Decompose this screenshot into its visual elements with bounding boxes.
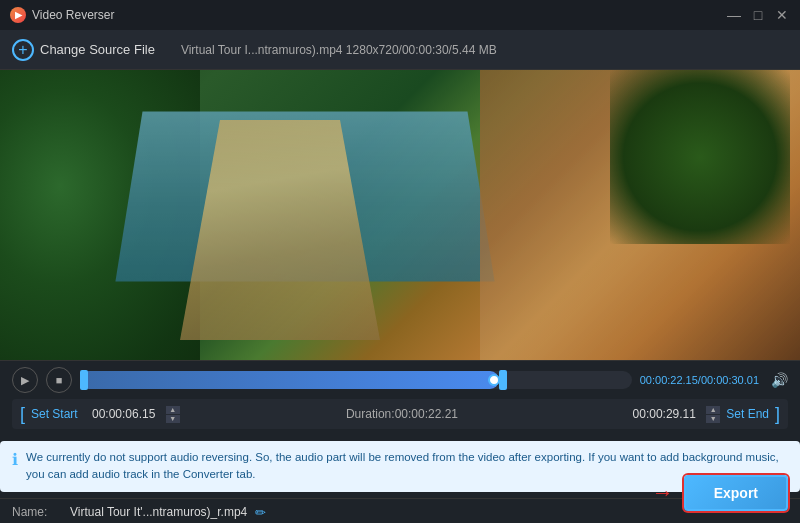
- maximize-button[interactable]: □: [750, 7, 766, 23]
- end-time-up[interactable]: ▲: [706, 406, 720, 414]
- timeline-controls: ▶ ■ 00:00:22.15/00:00:30.01 🔊: [12, 367, 788, 393]
- add-icon: +: [12, 39, 34, 61]
- start-time-group: ▲ ▼: [84, 406, 180, 423]
- video-frame: [0, 70, 800, 360]
- end-time-spinners: ▲ ▼: [706, 406, 720, 423]
- stop-button[interactable]: ■: [46, 367, 72, 393]
- start-time-input[interactable]: [84, 407, 164, 421]
- set-end-button[interactable]: Set End: [720, 405, 775, 423]
- change-source-button[interactable]: + Change Source File: [12, 39, 155, 61]
- timeline-track[interactable]: [80, 371, 632, 389]
- close-button[interactable]: ✕: [774, 7, 790, 23]
- info-icon: ℹ: [12, 450, 18, 469]
- app-title: Video Reverser: [32, 8, 115, 22]
- name-label: Name:: [12, 505, 62, 519]
- app-icon: ▶: [10, 7, 26, 23]
- video-preview-area: [0, 70, 800, 360]
- timeline-handle-right[interactable]: [499, 370, 507, 390]
- video-decoration-trees-right: [610, 70, 790, 244]
- name-value: Virtual Tour It'...ntramuros)_r.mp4: [70, 505, 247, 519]
- start-time-up[interactable]: ▲: [166, 406, 180, 414]
- bracket-right: ]: [775, 405, 780, 423]
- export-button[interactable]: Export: [684, 475, 788, 511]
- timeline-handle-left[interactable]: [80, 370, 88, 390]
- setpoints-row: [ Set Start ▲ ▼ Duration:00:00:22.21 ▲ ▼…: [12, 399, 788, 429]
- timeline-thumb[interactable]: [488, 374, 500, 386]
- time-display: 00:00:22.15/00:00:30.01: [640, 374, 759, 386]
- end-time-down[interactable]: ▼: [706, 415, 720, 423]
- change-source-label: Change Source File: [40, 42, 155, 57]
- duration-label: Duration:00:00:22.21: [180, 407, 625, 421]
- file-info: Virtual Tour I...ntramuros).mp4 1280x720…: [181, 43, 497, 57]
- export-section: → Export: [652, 475, 788, 511]
- start-time-down[interactable]: ▼: [166, 415, 180, 423]
- arrow-right-icon: →: [652, 482, 674, 504]
- timeline-area: ▶ ■ 00:00:22.15/00:00:30.01 🔊 [ Set Star…: [0, 360, 800, 435]
- toolbar: + Change Source File Virtual Tour I...nt…: [0, 30, 800, 70]
- end-time-group: ▲ ▼: [624, 406, 720, 423]
- start-time-spinners: ▲ ▼: [166, 406, 180, 423]
- set-start-button[interactable]: Set Start: [25, 405, 84, 423]
- end-time-input[interactable]: [624, 407, 704, 421]
- timeline-filled: [80, 371, 499, 389]
- volume-icon[interactable]: 🔊: [771, 372, 788, 388]
- edit-name-icon[interactable]: ✏: [255, 505, 266, 520]
- play-button[interactable]: ▶: [12, 367, 38, 393]
- minimize-button[interactable]: —: [726, 7, 742, 23]
- title-bar: ▶ Video Reverser — □ ✕: [0, 0, 800, 30]
